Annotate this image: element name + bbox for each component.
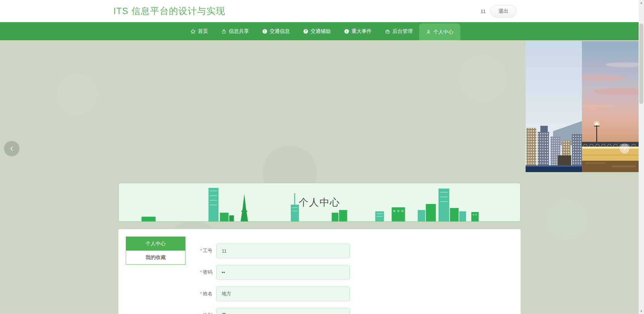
chevron-right-icon [622, 146, 627, 151]
svg-text:?: ? [305, 29, 307, 33]
nav-label: 后台管理 [392, 28, 413, 35]
form-row-password: *密码 [118, 265, 350, 280]
page: ITS 信息平台的设计与实现 11 退出 首页 信息共享 [0, 0, 644, 314]
username-text: 11 [480, 8, 486, 14]
star-icon [191, 29, 196, 34]
required-mark: * [200, 291, 202, 296]
gender-select-value[interactable] [216, 308, 350, 314]
required-mark: * [200, 269, 202, 275]
header-user-area: 11 退出 [480, 0, 517, 22]
person-icon [426, 30, 431, 35]
exclamation-circle-icon [262, 29, 267, 34]
nav-label: 重大事件 [352, 28, 372, 35]
nav-label: 信息共享 [229, 28, 249, 35]
question-circle-icon: ? [303, 29, 308, 34]
carousel-prev-button[interactable] [4, 141, 19, 156]
required-mark: * [200, 248, 202, 253]
form-row-name: *姓名 [118, 286, 350, 301]
main-nav: 首页 信息共享 交通信息 ? 交通辅助 [0, 22, 644, 40]
nav-item-admin[interactable]: 后台管理 [378, 22, 419, 40]
field-label: 性别 [118, 312, 216, 314]
nav-label: 首页 [198, 28, 208, 35]
form-row-employee-id: *工号 [118, 244, 350, 258]
logout-button[interactable]: 退出 [490, 5, 517, 17]
nav-item-traffic-info[interactable]: 交通信息 [256, 22, 297, 40]
carousel-next-button[interactable] [620, 144, 630, 154]
nav-label: 交通信息 [270, 28, 290, 35]
header: ITS 信息平台的设计与实现 11 退出 [0, 0, 644, 22]
carousel-image-buildings [526, 41, 582, 172]
field-label: *密码 [118, 269, 216, 275]
banner-title: 个人中心 [119, 196, 520, 209]
field-label: *工号 [118, 248, 216, 254]
name-input[interactable] [216, 286, 350, 301]
lock-icon [221, 29, 226, 34]
field-label: *姓名 [118, 291, 216, 297]
nav-item-major-events[interactable]: 重大事件 [337, 22, 378, 40]
briefcase-icon [385, 29, 390, 34]
gender-select[interactable] [216, 308, 350, 314]
form-row-gender: 性别 [118, 308, 350, 314]
nav-item-traffic-assist[interactable]: ? 交通辅助 [297, 22, 337, 40]
page-title: ITS 信息平台的设计与实现 [113, 0, 225, 22]
vertical-scrollbar[interactable]: ▲ ▼ [639, 0, 644, 314]
section-banner: 个人中心 [118, 183, 521, 222]
nav-item-info-share[interactable]: 信息共享 [215, 22, 256, 40]
nav-label: 个人中心 [433, 29, 453, 35]
nav-label: 交通辅助 [311, 28, 331, 35]
carousel-image-sunset [582, 41, 639, 172]
nav-item-personal-center[interactable]: 个人中心 [419, 23, 460, 40]
hero-carousel [0, 40, 644, 174]
nav-item-home[interactable]: 首页 [184, 22, 215, 40]
chevron-left-icon [9, 146, 14, 151]
employee-id-input[interactable] [216, 244, 350, 258]
scroll-down-icon[interactable]: ▼ [639, 309, 644, 314]
info-circle-icon [344, 29, 349, 34]
password-input[interactable] [216, 265, 350, 280]
content-panel: 个人中心 我的收藏 *工号 *密码 *姓名 性别 [118, 229, 521, 314]
scroll-up-icon[interactable]: ▲ [639, 0, 644, 5]
scrollbar-thumb[interactable] [639, 23, 643, 104]
